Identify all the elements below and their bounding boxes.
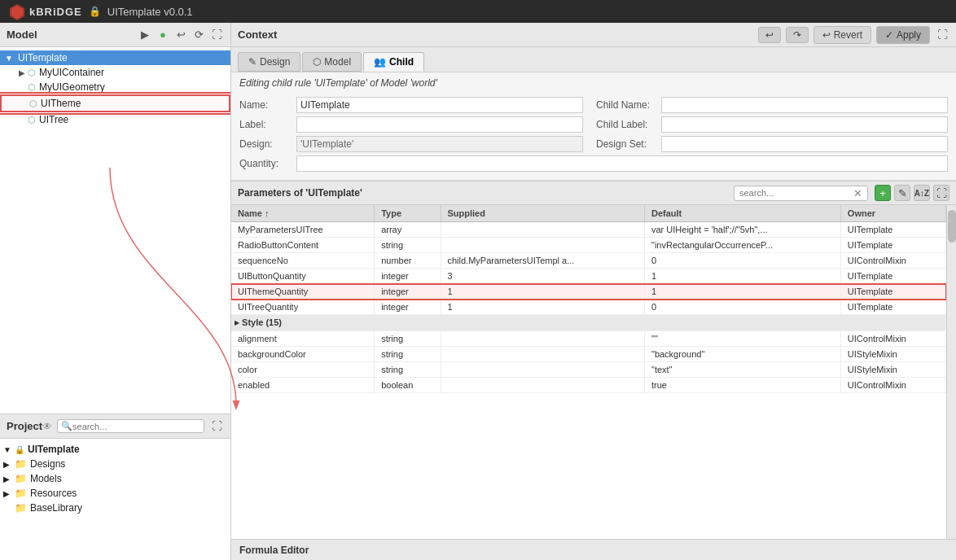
cell-type: boolean <box>375 378 441 393</box>
undo-btn[interactable]: ↩ <box>758 27 781 43</box>
design-input[interactable] <box>296 136 583 152</box>
cell-supplied <box>441 331 644 347</box>
cell-supplied <box>441 362 644 378</box>
model-undo-btn[interactable]: ↩ <box>173 28 188 42</box>
tab-design[interactable]: ✎ Design <box>238 52 300 72</box>
table-row[interactable]: UITreeQuantity integer 1 0 UITemplate <box>231 300 946 315</box>
table-row[interactable]: RadioButtonContent string "invRectangula… <box>231 238 946 253</box>
tree-icon: ⬡ <box>28 68 36 78</box>
params-title: Parameters of 'UITemplate' <box>238 187 362 199</box>
tree-item-myuicontainer[interactable]: ▶ ⬡ MyUIContainer <box>0 65 230 80</box>
cell-owner: UIControlMixin <box>840 253 945 269</box>
context-expand-btn[interactable]: ⛶ <box>935 28 949 42</box>
model-refresh-btn[interactable]: ⟳ <box>191 28 206 42</box>
tree-label: UITemplate <box>18 52 68 63</box>
add-param-btn[interactable]: + <box>875 185 891 201</box>
child-name-input[interactable] <box>661 97 948 113</box>
cell-supplied <box>441 238 644 253</box>
params-search-box[interactable]: ✕ <box>734 186 868 201</box>
tree-item-uitree[interactable]: ▶ ⬡ UITree <box>0 112 230 127</box>
design-label: Design: <box>239 138 296 150</box>
edit-param-btn[interactable]: ✎ <box>894 185 910 201</box>
chevron-icon: ▼ <box>3 54 15 63</box>
cell-owner: UIStyleMixin <box>840 347 945 362</box>
params-table-container: Name ↑ Type Supplied Default Owner MyPar… <box>231 205 956 539</box>
table-row[interactable]: enabled boolean true UIControlMixin <box>231 378 946 393</box>
tab-model[interactable]: ⬡ Model <box>302 52 362 72</box>
cell-type: integer <box>375 300 441 315</box>
child-label-input[interactable] <box>661 116 948 133</box>
revert-btn[interactable]: ↩ Revert <box>813 26 871 44</box>
cell-default: 0 <box>644 300 840 315</box>
params-section: Parameters of 'UITemplate' ✕ + ✎ A↕Z ⛶ <box>231 181 956 539</box>
form-row-design: Design: Design Set: <box>239 136 948 152</box>
formula-editor-label: Formula Editor <box>239 545 309 556</box>
col-default: Default <box>644 205 840 222</box>
cell-type: string <box>375 331 441 347</box>
form-row-name: Name: Child Name: <box>239 97 948 113</box>
table-scrollbar[interactable] <box>946 205 956 539</box>
project-title: Project <box>7 420 42 432</box>
cell-name: color <box>231 362 375 378</box>
project-item-models[interactable]: ▶ 📁 Models <box>0 471 230 486</box>
label-input[interactable] <box>296 116 583 133</box>
model-panel-header: Model ▶ ● ↩ ⟳ ⛶ <box>0 23 230 47</box>
redo-btn[interactable]: ↷ <box>786 27 809 43</box>
clear-search-btn[interactable]: ✕ <box>853 187 862 199</box>
expand-params-btn[interactable]: ⛶ <box>933 185 949 201</box>
child-label-label: Child Label: <box>596 119 661 130</box>
form-row-quantity: Quantity: <box>239 155 948 172</box>
tree-item-myuigeometry[interactable]: ▶ ⬡ MyUIGeometry <box>0 80 230 94</box>
tree-icon: ⬡ <box>28 82 36 93</box>
cell-owner: UITemplate <box>840 300 945 315</box>
project-tree: ▼ 🔒 UITemplate ▶ 📁 Designs ▶ 📁 Models <box>0 439 230 560</box>
cell-supplied <box>441 378 644 393</box>
cell-default: "invRectangularOccurrenceP... <box>644 238 840 253</box>
apply-btn[interactable]: ✓ Apply <box>876 26 930 44</box>
cell-default: "text" <box>644 362 840 378</box>
table-row[interactable]: backgroundColor string "background" UISt… <box>231 347 946 362</box>
table-row[interactable]: color string "text" UIStyleMixin <box>231 362 946 378</box>
model-expand-btn[interactable]: ⛶ <box>209 28 224 42</box>
cell-supplied: 3 <box>441 269 644 284</box>
project-item-designs[interactable]: ▶ 📁 Designs <box>0 457 230 471</box>
table-row-uithemequantity[interactable]: UIThemeQuantity integer 1 1 UITemplate <box>231 284 946 300</box>
params-table: Name ↑ Type Supplied Default Owner MyPar… <box>231 205 946 393</box>
child-tab-label: Child <box>389 56 414 68</box>
quantity-input[interactable] <box>296 155 948 172</box>
table-row[interactable]: alignment string "" UIControlMixin <box>231 331 946 347</box>
tree-label: MyUIGeometry <box>39 81 105 93</box>
tree-item-uitemplate[interactable]: ▼ UITemplate <box>0 50 230 65</box>
sort-az-btn[interactable]: A↕Z <box>914 185 930 201</box>
model-record-btn[interactable]: ● <box>156 28 170 42</box>
model-play-btn[interactable]: ▶ <box>138 28 152 42</box>
design-set-input[interactable] <box>661 136 948 152</box>
model-tree: ▼ UITemplate ▶ ⬡ MyUIContainer ▶ ⬡ MyUIG… <box>0 47 230 413</box>
eye-icon[interactable]: 👁 <box>42 421 52 432</box>
revert-icon: ↩ <box>822 29 831 41</box>
table-row[interactable]: sequenceNo number child.MyParametersUITe… <box>231 253 946 269</box>
project-expand-btn[interactable]: ⛶ <box>209 419 224 434</box>
table-row[interactable]: UIButtonQuantity integer 3 1 UITemplate <box>231 269 946 284</box>
tab-child[interactable]: 👥 Child <box>363 52 424 72</box>
context-header: Context ↩ ↷ ↩ Revert ✓ Apply ⛶ <box>231 23 956 47</box>
project-item-baselibrary[interactable]: ▶ 📁 BaseLibrary <box>0 501 230 515</box>
cell-supplied: 1 <box>441 300 644 315</box>
col-supplied: Supplied <box>441 205 644 222</box>
logo: kBRiDGE <box>8 2 82 20</box>
project-item-root[interactable]: ▼ 🔒 UITemplate <box>0 442 230 457</box>
tree-item-uitheme[interactable]: ▶ ⬡ UITheme <box>0 94 230 112</box>
project-search-input[interactable] <box>72 422 200 431</box>
project-search-box[interactable]: 🔍 <box>57 419 204 433</box>
table-row[interactable]: MyParametersUITree array var UIHeight = … <box>231 222 946 238</box>
editing-label: Editing child rule 'UITemplate' of Model… <box>231 72 956 92</box>
apply-icon: ✓ <box>885 29 893 41</box>
params-header: Parameters of 'UITemplate' ✕ + ✎ A↕Z ⛶ <box>231 181 956 205</box>
tree-label: Designs <box>30 458 65 470</box>
name-input[interactable] <box>296 97 583 113</box>
formula-editor: Formula Editor <box>231 539 956 560</box>
project-item-resources[interactable]: ▶ 📁 Resources <box>0 486 230 501</box>
params-search-input[interactable] <box>739 188 853 198</box>
cell-supplied: 1 <box>441 284 644 300</box>
cell-default: 1 <box>644 284 840 300</box>
